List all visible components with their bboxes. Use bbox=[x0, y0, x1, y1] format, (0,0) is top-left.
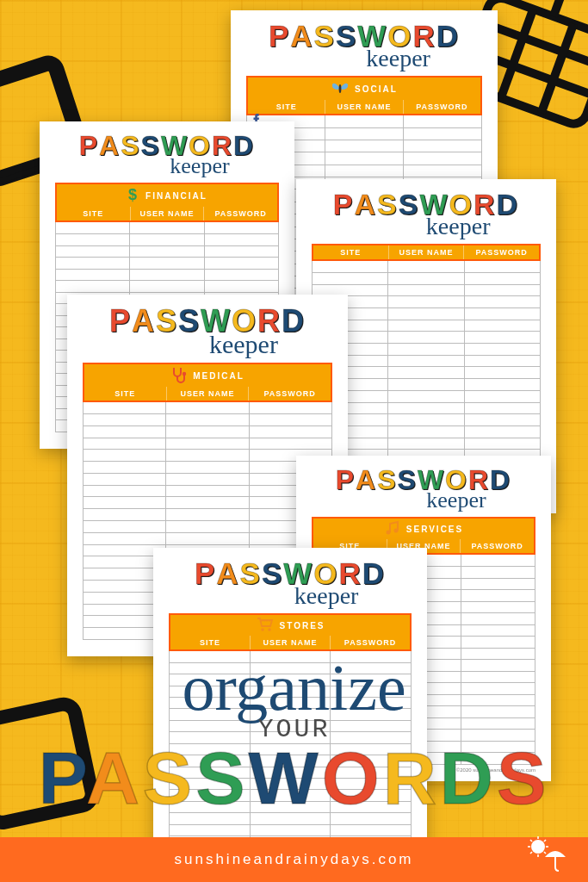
cell-username bbox=[251, 651, 331, 662]
cell-site bbox=[84, 486, 166, 497]
svg-line-25 bbox=[530, 840, 532, 842]
table-row bbox=[84, 497, 331, 509]
cell-password bbox=[205, 258, 278, 269]
music-icon bbox=[384, 520, 401, 537]
cell-password bbox=[331, 663, 411, 674]
cell-password bbox=[461, 625, 535, 637]
column-headers: SITE USER NAME PASSWORD bbox=[57, 207, 277, 220]
cell-password bbox=[461, 683, 535, 694]
cell-username bbox=[388, 285, 464, 296]
table-row bbox=[56, 270, 278, 282]
cell-username bbox=[388, 261, 464, 272]
cell-password bbox=[465, 273, 540, 284]
cell-site bbox=[170, 674, 251, 685]
cell-site bbox=[313, 261, 388, 272]
cell-site bbox=[84, 533, 166, 544]
cell-password bbox=[250, 402, 331, 413]
cell-site bbox=[170, 813, 251, 823]
cell-site bbox=[170, 663, 251, 674]
cell-username bbox=[251, 674, 331, 685]
cell-site bbox=[84, 509, 166, 520]
cell-password bbox=[465, 344, 540, 355]
column-headers: SITE USER NAME PASSWORD bbox=[248, 100, 480, 114]
col-password: PASSWORD bbox=[204, 207, 277, 220]
cell-username bbox=[251, 825, 331, 835]
cell-password bbox=[205, 234, 278, 245]
col-password: PASSWORD bbox=[464, 245, 539, 259]
cell-site bbox=[170, 651, 251, 662]
cell-password bbox=[404, 128, 481, 140]
table-row bbox=[170, 698, 411, 709]
table-row bbox=[56, 258, 278, 270]
cell-password bbox=[331, 790, 411, 800]
cell-username bbox=[251, 686, 331, 697]
col-username: USER NAME bbox=[325, 100, 403, 114]
cell-password bbox=[465, 296, 540, 307]
cell-username bbox=[166, 462, 249, 473]
table-row bbox=[170, 744, 411, 755]
umbrella-logo-icon bbox=[526, 836, 567, 877]
cell-site bbox=[170, 744, 251, 755]
cell-username bbox=[251, 779, 331, 789]
category-text: STORES bbox=[280, 621, 325, 630]
cell-username bbox=[251, 709, 331, 719]
svg-line-27 bbox=[530, 852, 532, 854]
cell-password bbox=[461, 613, 535, 624]
table-header-wrap: SOCIAL SITE USER NAME PASSWORD bbox=[246, 76, 482, 115]
cell-password bbox=[461, 718, 535, 730]
cell-site bbox=[170, 802, 251, 812]
svg-point-18 bbox=[261, 628, 264, 631]
cell-username bbox=[251, 802, 331, 812]
cell-username bbox=[388, 296, 464, 307]
cart-icon bbox=[256, 617, 275, 634]
cell-password bbox=[331, 779, 411, 789]
category-label: MEDICAL bbox=[84, 364, 331, 387]
cell-username bbox=[130, 270, 204, 281]
cell-password bbox=[331, 744, 411, 755]
cell-password bbox=[461, 602, 535, 613]
table-row bbox=[84, 474, 331, 486]
table-row bbox=[170, 825, 411, 836]
cell-username bbox=[130, 281, 204, 292]
table-row bbox=[84, 414, 331, 426]
sheet-subtitle: keeper bbox=[354, 488, 492, 513]
cell-password bbox=[404, 115, 481, 127]
svg-point-20 bbox=[531, 840, 545, 854]
cell-username bbox=[251, 790, 331, 800]
table-row bbox=[170, 721, 411, 732]
cell-password bbox=[465, 308, 540, 320]
cell-username bbox=[166, 414, 249, 425]
cell-password bbox=[465, 367, 540, 378]
category-label: SERVICES bbox=[313, 519, 534, 539]
cell-username bbox=[251, 732, 331, 742]
cell-username bbox=[166, 438, 249, 450]
col-site: SITE bbox=[84, 387, 167, 401]
cell-password bbox=[461, 706, 535, 717]
cell-password bbox=[461, 730, 535, 741]
category-text: MEDICAL bbox=[193, 371, 244, 381]
cell-password bbox=[465, 379, 540, 390]
cell-username bbox=[251, 755, 331, 766]
sheets-stack: PASSWORD keeper SOCIAL SITE USER NAME PA… bbox=[0, 0, 588, 882]
cell-password bbox=[250, 438, 331, 450]
cell-username bbox=[166, 533, 249, 544]
cell-site bbox=[170, 732, 251, 742]
cell-username bbox=[130, 258, 204, 269]
cell-username bbox=[130, 246, 204, 258]
table-row bbox=[84, 450, 331, 462]
table-row bbox=[170, 686, 411, 698]
cell-site bbox=[56, 222, 130, 233]
cell-password bbox=[331, 813, 411, 823]
cell-site bbox=[84, 414, 166, 425]
cell-password bbox=[331, 755, 411, 766]
cell-username bbox=[325, 128, 404, 140]
cell-username bbox=[325, 115, 404, 127]
cell-site bbox=[170, 698, 251, 708]
cell-site bbox=[56, 281, 130, 292]
cell-site bbox=[170, 686, 251, 697]
cell-password bbox=[331, 767, 411, 778]
table-header-wrap: MEDICAL SITE USER NAME PASSWORD bbox=[83, 363, 332, 402]
cell-username bbox=[166, 486, 249, 497]
table-row bbox=[170, 813, 411, 824]
cell-site bbox=[84, 438, 166, 450]
